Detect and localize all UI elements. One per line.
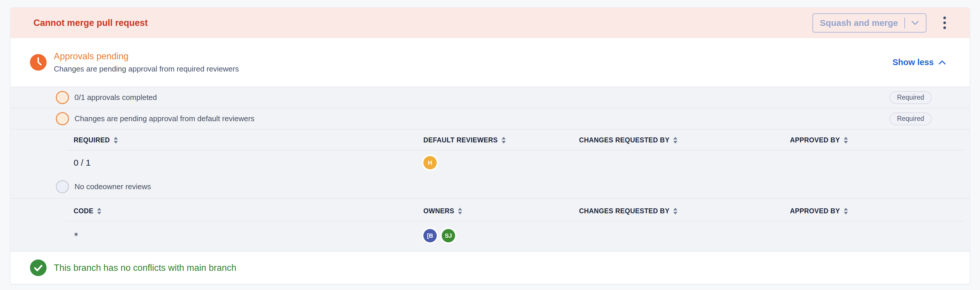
sort-icon[interactable]: [673, 208, 678, 214]
column-header-approved-by: APPROVED BY: [790, 136, 965, 144]
column-header-label: APPROVED BY: [790, 207, 840, 215]
column-header-owners: OWNERS: [423, 207, 579, 215]
required-badge: Required: [889, 113, 932, 125]
status-texts: Approvals pending Changes are pending ap…: [54, 51, 239, 73]
approvals-count-check-row: 0/1 approvals completed Required: [11, 87, 969, 108]
sort-icon[interactable]: [502, 137, 506, 144]
pending-circle-icon: [56, 91, 69, 104]
column-header-label: APPROVED BY: [790, 136, 840, 144]
column-header-label: DEFAULT REVIEWERS: [423, 136, 498, 144]
sort-icon[interactable]: [458, 208, 462, 214]
approvals-table-row: 0 / 1 H: [11, 151, 969, 175]
sort-icon[interactable]: [114, 137, 118, 144]
approvals-count-value: 0 / 1: [74, 158, 91, 168]
column-header-label: CHANGES REQUESTED BY: [579, 136, 670, 144]
owner-avatar-ib[interactable]: [B: [423, 229, 437, 242]
merge-button-label: Squash and merge: [820, 18, 898, 28]
column-header-default-reviewers: DEFAULT REVIEWERS: [423, 136, 579, 144]
codeowner-check-row: No codeowner reviews: [11, 175, 969, 198]
approvals-pending-subtitle: Changes are pending approval from requir…: [54, 65, 239, 73]
check-label: No codeowner reviews: [75, 182, 151, 191]
show-less-link[interactable]: Show less: [892, 57, 946, 67]
default-reviewers-check-row: Changes are pending approval from defaul…: [11, 108, 969, 129]
sort-icon[interactable]: [97, 208, 101, 214]
column-header-changes-requested-by: CHANGES REQUESTED BY: [579, 207, 790, 215]
owners-cell: [B SJ: [423, 229, 579, 242]
show-less-label: Show less: [892, 57, 934, 67]
codeowners-table-row: * [B SJ: [11, 222, 969, 250]
merge-panel-card: Cannot merge pull request Squash and mer…: [11, 8, 969, 284]
kebab-dot: [943, 22, 946, 24]
column-header-code: CODE: [74, 207, 423, 215]
required-badge: Required: [889, 91, 932, 104]
more-options-button[interactable]: [938, 13, 951, 33]
no-conflicts-message: This branch has no conflicts with main b…: [54, 263, 236, 273]
sort-icon[interactable]: [844, 208, 848, 214]
check-label: 0/1 approvals completed: [75, 93, 157, 102]
code-pattern-cell: *: [74, 231, 423, 241]
chevron-up-icon: [938, 60, 946, 65]
neutral-circle-icon: [56, 180, 69, 193]
cannot-merge-banner: Cannot merge pull request Squash and mer…: [11, 8, 969, 38]
kebab-dot: [943, 17, 946, 19]
column-header-changes-requested-by: CHANGES REQUESTED BY: [579, 136, 790, 144]
owner-avatar-sj[interactable]: SJ: [442, 229, 455, 242]
approvals-pending-header: Approvals pending Changes are pending ap…: [11, 38, 969, 87]
no-conflicts-row: This branch has no conflicts with main b…: [11, 251, 969, 284]
column-header-required: REQUIRED: [74, 136, 423, 144]
code-pattern-value: *: [74, 231, 79, 241]
squash-and-merge-button[interactable]: Squash and merge: [812, 13, 926, 33]
chevron-down-icon[interactable]: [911, 21, 919, 25]
clock-icon: [30, 54, 46, 71]
column-header-label: CHANGES REQUESTED BY: [579, 207, 670, 215]
banner-title: Cannot merge pull request: [33, 18, 148, 28]
merge-checks-area: 0/1 approvals completed Required Changes…: [11, 87, 969, 251]
column-header-label: REQUIRED: [74, 136, 110, 144]
pending-circle-icon: [56, 112, 69, 125]
approvals-table-header: REQUIRED DEFAULT REVIEWERS CHANGES REQUE…: [11, 130, 969, 150]
kebab-dot: [943, 27, 946, 29]
sort-icon[interactable]: [673, 137, 678, 144]
default-reviewers-cell: H: [423, 156, 579, 170]
sort-icon[interactable]: [844, 137, 848, 144]
approvals-pending-title: Approvals pending: [54, 51, 239, 62]
success-check-icon: [30, 260, 46, 276]
check-label: Changes are pending approval from defaul…: [75, 114, 255, 123]
codeowners-table-header: CODE OWNERS CHANGES REQUESTED BY APPROVE…: [11, 199, 969, 221]
column-header-approved-by: APPROVED BY: [790, 207, 965, 215]
column-header-label: CODE: [74, 207, 94, 215]
required-count-cell: 0 / 1: [74, 158, 423, 168]
column-header-label: OWNERS: [423, 207, 454, 215]
reviewer-avatar-h[interactable]: H: [423, 156, 437, 170]
button-divider: [904, 17, 905, 29]
